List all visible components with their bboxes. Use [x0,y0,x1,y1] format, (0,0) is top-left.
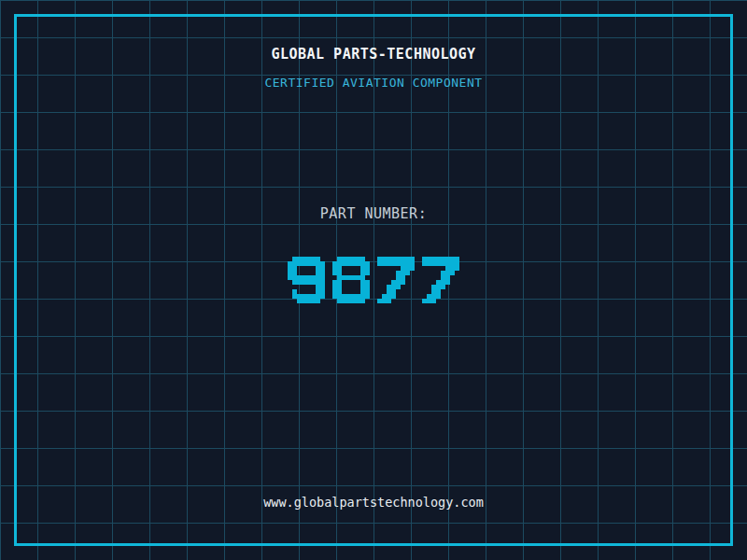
part-number-label: PART NUMBER: [0,205,747,222]
website-url: www.globalpartstechnology.com [0,495,747,510]
certification-subtitle: CERTIFIED AVIATION COMPONENT [0,76,747,90]
company-title: GLOBAL PARTS-TECHNOLOGY [0,46,747,63]
part-number-value [0,257,747,303]
part-number-pixel-display [288,257,459,303]
blueprint-screen: GLOBAL PARTS-TECHNOLOGY CERTIFIED AVIATI… [0,0,747,560]
